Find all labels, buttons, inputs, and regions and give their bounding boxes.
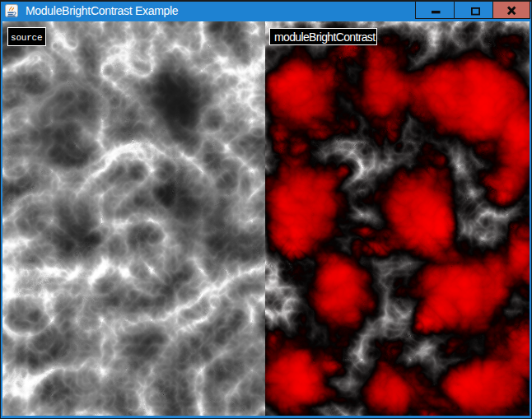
svg-text:moduleBrightContrast: moduleBrightContrast <box>274 30 376 44</box>
svg-text:source: source <box>11 33 42 43</box>
